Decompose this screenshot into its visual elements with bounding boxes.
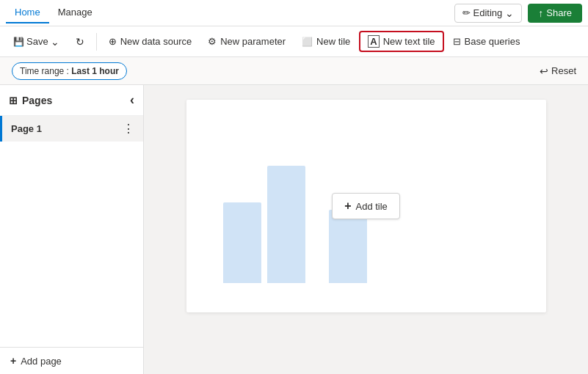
new-text-tile-label: New text tile — [383, 36, 435, 47]
add-tile-label: Add tile — [355, 201, 387, 212]
pages-icon — [9, 95, 18, 106]
reset-label: Reset — [551, 65, 576, 76]
share-icon — [538, 7, 543, 19]
base-queries-label: Base queries — [465, 36, 520, 47]
main-layout: Pages Page 1 Add page + — [0, 85, 588, 374]
share-label: Share — [546, 7, 572, 18]
page1-label: Page 1 — [11, 123, 42, 134]
new-text-tile-button[interactable]: New text tile — [359, 31, 443, 52]
new-data-source-label: New data source — [120, 36, 192, 47]
bar-3 — [329, 210, 367, 283]
time-range-pill[interactable]: Time range : Last 1 hour — [12, 62, 127, 80]
chevron-down-icon — [505, 7, 514, 19]
time-range-text: Time range : Last 1 hour — [20, 66, 119, 76]
sidebar-header: Pages — [0, 85, 143, 116]
add-page-icon — [10, 355, 16, 367]
filter-bar: Time range : Last 1 hour Reset — [0, 57, 588, 85]
editing-button[interactable]: Editing — [454, 4, 523, 23]
save-icon — [13, 36, 24, 47]
canvas-page: + Add tile — [186, 100, 546, 312]
new-data-source-icon — [109, 36, 117, 47]
new-parameter-icon — [208, 36, 217, 47]
new-parameter-label: New parameter — [220, 36, 286, 47]
sidebar-title: Pages — [22, 95, 52, 106]
refresh-icon — [76, 36, 84, 48]
top-bar-right: Editing Share — [454, 4, 582, 23]
sidebar-header-left: Pages — [9, 95, 52, 106]
sidebar: Pages Page 1 Add page — [0, 85, 144, 374]
canvas-area: + Add tile — [144, 85, 588, 374]
save-chevron-icon — [51, 36, 59, 48]
reset-icon — [540, 65, 548, 77]
share-button[interactable]: Share — [528, 4, 582, 23]
toolbar-divider-1 — [96, 33, 97, 51]
new-tile-button[interactable]: New tile — [294, 32, 357, 51]
new-parameter-button[interactable]: New parameter — [200, 32, 293, 51]
bar-2 — [267, 166, 305, 283]
bar-1 — [223, 202, 261, 283]
base-queries-button[interactable]: Base queries — [446, 32, 528, 51]
editing-label: Editing — [473, 7, 503, 18]
tab-manage[interactable]: Manage — [49, 2, 101, 23]
add-page-button[interactable]: Add page — [0, 347, 143, 374]
collapse-sidebar-icon[interactable] — [130, 92, 134, 108]
page-item-left: Page 1 — [11, 123, 42, 134]
add-tile-button[interactable]: + Add tile — [332, 193, 400, 219]
page-item-more-icon[interactable] — [123, 122, 134, 136]
base-queries-icon — [453, 36, 461, 47]
save-button[interactable]: Save — [6, 32, 67, 51]
save-label: Save — [26, 36, 48, 47]
new-text-tile-icon — [368, 36, 379, 47]
new-tile-label: New tile — [316, 36, 350, 47]
sidebar-item-page1[interactable]: Page 1 — [0, 116, 143, 142]
top-bar: Home Manage Editing Share — [0, 0, 588, 26]
new-tile-icon — [302, 36, 313, 47]
chart-decoration — [223, 166, 367, 283]
tab-home[interactable]: Home — [6, 2, 49, 23]
reset-button[interactable]: Reset — [540, 65, 576, 77]
toolbar: Save New data source New parameter New t… — [0, 26, 588, 57]
add-tile-plus-icon: + — [344, 199, 351, 213]
add-page-label: Add page — [21, 356, 62, 367]
pencil-icon — [462, 7, 471, 18]
new-data-source-button[interactable]: New data source — [101, 32, 200, 51]
refresh-button[interactable] — [68, 32, 92, 51]
